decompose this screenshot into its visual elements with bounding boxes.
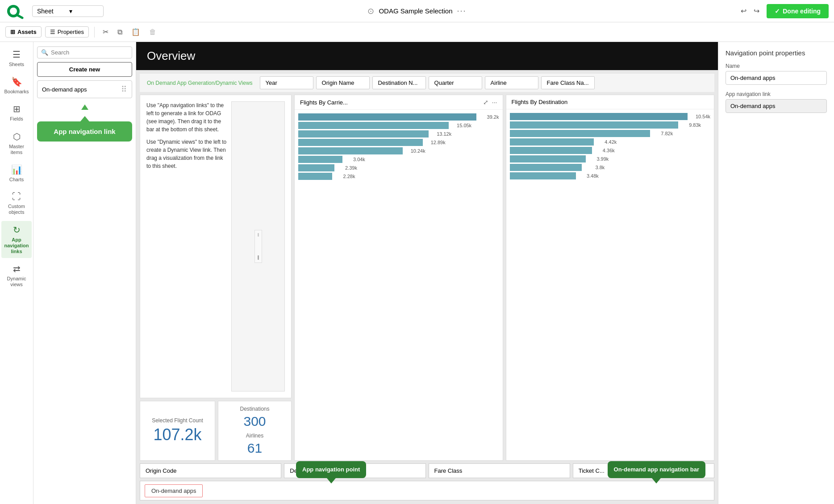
sidebar-item-bookmarks[interactable]: 🔖 Bookmarks [1,73,32,98]
panel-nav-link-input[interactable] [726,99,827,113]
filter-fare-class-na[interactable]: Fare Class Na... [541,76,595,89]
sidebar-item-sheets[interactable]: ☰ Sheets [1,46,32,71]
redo-button[interactable]: ↪ [751,5,762,17]
sidebar-item-custom-objects[interactable]: ⛶ Custom objects [1,188,32,219]
stat-destinations: Destinations 300 Airlines 61 [218,401,292,461]
panel-name-field: Name [726,63,827,85]
custom-objects-icon: ⛶ [12,192,21,202]
toolbar: ⊞ Assets ☰ Properties ✂ ⧉ 📋 🗑 [0,22,834,42]
undo-button[interactable]: ↩ [738,5,749,17]
bar-label-5: 10.24k [405,148,425,154]
master-items-icon: ⬡ [13,131,21,142]
assets-tab[interactable]: ⊞ Assets [5,26,42,37]
chevron-down-icon: ▾ [69,8,99,15]
filter-row-top: Year Origin Name Destination N... Quarte… [260,75,711,90]
sidebar-item-charts[interactable]: 📊 Charts [1,161,32,186]
filter-quarter[interactable]: Quarter [429,76,482,89]
app-title: ODAG Sample Selection [379,7,452,15]
panel-nav-link-field: App navigation link [726,91,827,113]
bar-7 [298,164,334,171]
grid-icon: ⊞ [10,29,15,35]
delete-button[interactable]: 🗑 [146,26,159,38]
app-nav-link-box[interactable]: App navigation link [37,121,132,142]
chart-expand-button[interactable]: ⤢ [483,99,488,106]
undo-redo-group: ↩ ↪ [738,5,762,17]
on-demand-apps-label: On-demand apps [42,86,87,93]
app-navigation-links-icon: ↻ [13,225,21,235]
sheet-dropdown[interactable]: Sheet ▾ [32,5,104,17]
sidebar-item-fields[interactable]: ⊞ Fields [1,100,32,125]
search-box[interactable]: 🔍 [37,46,132,58]
bar-2 [298,122,449,129]
bar-5 [298,147,403,154]
properties-icon: ☰ [50,29,55,35]
filter-fare-class[interactable]: Fare Class [429,463,570,478]
app-title-area: ⊙ ODAG Sample Selection ··· [367,6,466,16]
paste-button[interactable]: 📋 [129,26,143,38]
chart-destination-content: 10.54k 9.83k 7.82k [506,109,714,184]
sidebar-item-dynamic-views[interactable]: ⇄ Dynamic views [1,260,32,291]
bar-label-4: 12.89k [425,140,446,145]
dest-bar-label-6: 3.99k [588,156,609,162]
bookmarks-icon: 🔖 [11,76,22,87]
dest-bar-label-1: 10.54k [690,114,710,119]
filter-destination-n[interactable]: Destination N... [372,76,426,89]
bar-label-2: 15.05k [451,123,471,128]
more-options-button[interactable]: ··· [457,6,467,16]
arrow-indicator [37,104,132,112]
dest-bar-label-5: 4.36k [595,148,615,153]
main-grid: Use "App navigation links" to the left t… [140,95,714,461]
dest-bar-1 [510,113,688,120]
dest-bar-row-8: 3.48k [510,172,711,179]
filter-year[interactable]: Year [260,76,313,89]
panel-title: Navigation point properties [726,49,827,57]
sidebar-item-master-items[interactable]: ⬡ Master items [1,128,32,159]
bar-row-1: 39.2k [298,113,499,121]
dest-bar-3 [510,130,651,137]
dest-bar-4 [510,138,594,146]
nav-bar-wrapper: On-demand apps App navigation point On-d… [140,481,714,500]
properties-tab[interactable]: ☰ Properties [45,26,89,37]
chart-flights-destination: Flights By Destination 10.54k 9.83k [506,95,715,461]
panel-name-label: Name [726,63,827,69]
dest-bar-label-7: 3.8k [584,165,605,170]
top-bar: Sheet ▾ ⊙ ODAG Sample Selection ··· ↩ ↪ … [0,0,834,22]
done-editing-button[interactable]: ✓ Done editing [767,4,829,18]
create-new-button[interactable]: Create new [37,62,132,77]
search-input[interactable] [51,49,128,56]
filter-airline[interactable]: Airline [485,76,538,89]
chart-destination-header: Flights By Destination [506,95,714,109]
app-icon: ⊙ [367,6,374,16]
dest-bar-row-2: 9.83k [510,121,711,129]
on-demand-bar-callout: On-demand app navigation bar [608,461,705,478]
on-demand-apps-item[interactable]: On-demand apps ⠿ [37,80,132,98]
stat-airlines-box: Airlines 61 [246,433,263,456]
dest-bar-label-3: 7.82k [653,131,673,136]
fields-icon: ⊞ [13,104,21,114]
left-sidebar: ☰ Sheets 🔖 Bookmarks ⊞ Fields ⬡ Master i… [0,42,33,504]
bar-row-4: 12.89k [298,139,499,146]
bar-4 [298,139,423,146]
panel-name-input[interactable] [726,71,827,85]
sheets-icon: ☰ [13,49,21,60]
instruction-2: Use "Dynamic views" to the left to creat… [146,138,227,170]
chart-more-button[interactable]: ··· [492,99,497,106]
overview-title: Overview [147,49,195,62]
on-demand-apps-tag[interactable]: On-demand apps [145,484,203,497]
assets-panel: 🔍 Create new On-demand apps ⠿ App naviga… [33,42,136,504]
callout-bar-arrow-down [652,478,661,483]
filter-origin-name[interactable]: Origin Name [316,76,370,89]
bar-row-6: 3.04k [298,156,499,163]
grid-dots-icon[interactable]: ⠿ [121,84,127,94]
sidebar-item-app-navigation-links[interactable]: ↻ App navigation links [1,221,32,258]
sheet-dropdown-label: Sheet [37,8,67,15]
bar-label-1: 39.2k [479,114,499,120]
cut-button[interactable]: ✂ [100,26,111,38]
copy-button[interactable]: ⧉ [115,26,125,38]
dest-bar-row-4: 4.42k [510,138,711,146]
chart-carrier-content: 39.2k 15.05k 13.12k [295,110,503,185]
dest-bar-label-2: 9.83k [681,122,701,128]
filter-origin-code[interactable]: Origin Code [140,463,281,478]
instruction-1: Use "App navigation links" to the left t… [146,101,227,133]
dest-bar-7 [510,164,582,171]
